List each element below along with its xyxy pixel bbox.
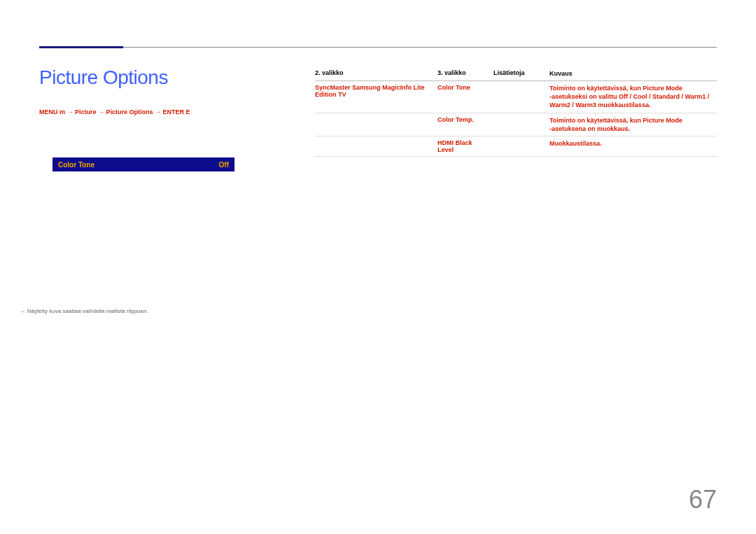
cell — [493, 116, 550, 133]
cell: SyncMaster Samsung MagicInfo Lite Editio… — [315, 84, 438, 109]
menu-value: Off — [219, 161, 229, 169]
table-row: Color Temp. Toiminto on käytettävissä, k… — [315, 113, 717, 136]
options-table: 2. valikko 3. valikko Lisätietoja Kuvaus… — [315, 69, 717, 157]
breadcrumb: MENU m → Picture → Picture Options → ENT… — [39, 108, 190, 115]
col-header: Lisätietoja — [493, 69, 550, 78]
table-row: HDMI Black Level Muokkaustilassa. — [315, 136, 717, 157]
cell — [493, 84, 550, 109]
cell — [315, 116, 438, 133]
table-row: SyncMaster Samsung MagicInfo Lite Editio… — [315, 81, 717, 113]
cell: Color Temp. — [438, 116, 493, 133]
col-header: 2. valikko — [315, 69, 438, 78]
cell: Toiminto on käytettävissä, kun Picture M… — [550, 116, 717, 133]
cell: HDMI Black Level — [438, 139, 493, 153]
footnote-text: Näytetty kuva saattaa vaihdella mallista… — [21, 308, 148, 314]
menu-label: Color Tone — [58, 161, 94, 169]
chapter-rule — [39, 46, 123, 48]
cell — [493, 139, 550, 153]
cell — [315, 139, 438, 153]
page-number: 67 — [689, 485, 717, 514]
col-header: Kuvaus — [550, 69, 717, 78]
col-header: 3. valikko — [438, 69, 493, 78]
cell: Toiminto on käytettävissä, kun Picture M… — [550, 84, 717, 109]
cell: Color Tone — [438, 84, 493, 109]
menu-row: Color Tone Off — [52, 157, 234, 171]
top-rule — [39, 47, 717, 48]
cell: Muokkaustilassa. — [550, 139, 717, 153]
table-header-row: 2. valikko 3. valikko Lisätietoja Kuvaus — [315, 69, 717, 81]
page-title: Picture Options — [39, 66, 168, 89]
